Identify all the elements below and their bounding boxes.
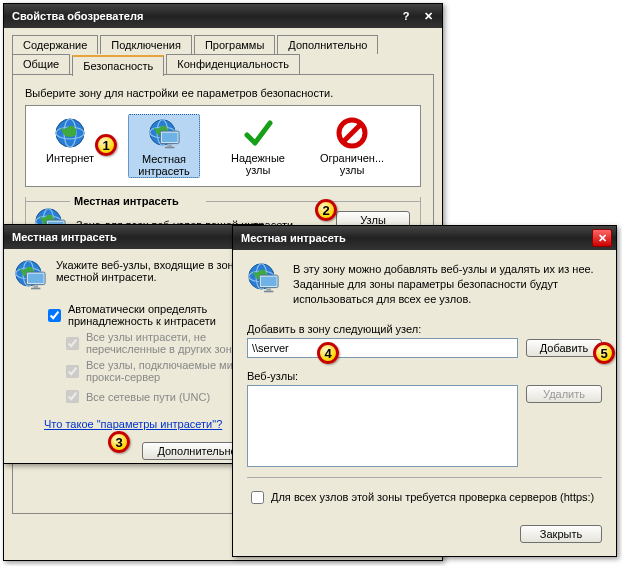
- local-intranet-dialog: Местная интрасеть Укажите веб-узлы, вход…: [3, 224, 263, 464]
- cb-bypass-proxy: Все узлы, подключаемые минуя прокси-серв…: [62, 359, 252, 383]
- tab-privacy[interactable]: Конфиденциальность: [166, 54, 300, 75]
- cb-intranet-sites: Все узлы интрасети, не перечисленные в д…: [62, 331, 252, 355]
- tab-programs[interactable]: Программы: [194, 35, 275, 54]
- globe-icon: [54, 117, 86, 149]
- tab-security[interactable]: Безопасность: [72, 55, 164, 76]
- close-button[interactable]: Закрыть: [520, 525, 602, 543]
- globe-monitor-icon: [148, 118, 180, 150]
- dialog-desc: В эту зону можно добавлять веб-узлы и уд…: [293, 262, 602, 307]
- sites-listbox[interactable]: [247, 385, 518, 467]
- add-sites-dialog: Местная интрасеть ✕ В эту зону можно доб…: [232, 225, 617, 557]
- add-site-label: Добавить в зону следующий узел:: [247, 323, 602, 335]
- nosign-icon: [336, 117, 368, 149]
- add-button[interactable]: Добавить: [526, 339, 602, 357]
- titlebar[interactable]: Местная интрасеть ✕: [233, 226, 616, 250]
- globe-monitor-icon: [247, 262, 283, 298]
- sites-list-label: Веб-узлы:: [247, 370, 602, 382]
- tab-connections[interactable]: Подключения: [100, 35, 192, 54]
- tab-advanced[interactable]: Дополнительно: [277, 35, 378, 54]
- badge-4: 4: [317, 342, 339, 364]
- globe-monitor-icon: [14, 259, 48, 293]
- help-button[interactable]: ?: [396, 7, 416, 25]
- titlebar[interactable]: Местная интрасеть: [4, 225, 262, 249]
- badge-5: 5: [593, 342, 615, 364]
- tab-content[interactable]: Содержание: [12, 35, 98, 54]
- intranet-params-link[interactable]: Что такое "параметры интрасети"?: [44, 418, 222, 430]
- cb-unc-paths: Все сетевые пути (UNC): [62, 387, 252, 406]
- zone-list[interactable]: Интернет Местная интрасеть Надежные узлы…: [25, 105, 421, 187]
- auto-detect-checkbox[interactable]: Автоматически определять принадлежность …: [44, 303, 252, 327]
- badge-3: 3: [108, 431, 130, 453]
- check-icon: [242, 117, 274, 149]
- tab-general[interactable]: Общие: [12, 54, 70, 75]
- zone-trusted[interactable]: Надежные узлы: [222, 114, 294, 178]
- titlebar[interactable]: Свойства обозревателя ? ✕: [4, 4, 442, 28]
- dialog-desc: Укажите веб-узлы, входящие в зону местно…: [56, 259, 252, 293]
- delete-button[interactable]: Удалить: [526, 385, 602, 403]
- zone-prompt: Выберите зону для настройки ее параметро…: [25, 87, 421, 99]
- dialog-title: Свойства обозревателя: [12, 10, 394, 22]
- close-button[interactable]: ✕: [418, 7, 438, 25]
- https-required-checkbox[interactable]: Для всех узлов этой зоны требуется прове…: [247, 488, 602, 507]
- close-button[interactable]: ✕: [592, 229, 612, 247]
- dialog-title: Местная интрасеть: [12, 231, 258, 243]
- dialog-title: Местная интрасеть: [241, 232, 590, 244]
- site-input[interactable]: [247, 338, 518, 358]
- zone-title: Местная интрасеть: [74, 195, 179, 207]
- zone-restricted[interactable]: Ограничен... узлы: [316, 114, 388, 178]
- badge-1: 1: [95, 134, 117, 156]
- badge-2: 2: [315, 199, 337, 221]
- zone-local-intranet[interactable]: Местная интрасеть: [128, 114, 200, 178]
